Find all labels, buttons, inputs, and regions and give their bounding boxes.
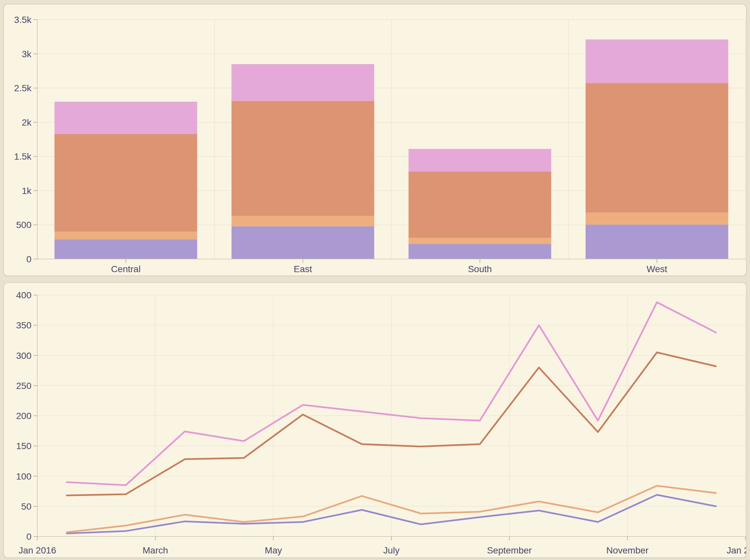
- bar-segment-segment-purple-central[interactable]: [55, 239, 197, 259]
- bar-segment-segment-pink-east[interactable]: [232, 64, 374, 101]
- y-axis-label: 0: [26, 532, 32, 542]
- x-axis-label: March: [143, 545, 168, 555]
- bar-segment-segment-salmon-central[interactable]: [55, 134, 197, 232]
- bar-segment-segment-pink-west[interactable]: [586, 40, 728, 83]
- x-axis-label: September: [487, 545, 532, 555]
- y-axis-label: 200: [16, 411, 32, 421]
- y-axis-label: 300: [16, 351, 32, 361]
- y-axis-label: 250: [16, 381, 32, 391]
- bar-segment-segment-orange-south[interactable]: [409, 238, 551, 244]
- bar-segment-segment-salmon-west[interactable]: [586, 83, 728, 212]
- y-axis-label: 500: [16, 220, 32, 230]
- y-axis-label: 400: [16, 290, 32, 300]
- dashboard-page: { "page": { "background_color": "#e9e2cf…: [0, 0, 750, 560]
- y-axis-label: 2k: [22, 117, 32, 127]
- bar-segment-segment-orange-central[interactable]: [55, 232, 197, 239]
- y-axis-label: 100: [16, 471, 32, 481]
- y-axis-label: 1k: [22, 186, 32, 196]
- y-axis-label: 150: [16, 441, 32, 451]
- bar-segment-segment-orange-east[interactable]: [232, 216, 374, 226]
- bottom-chart-panel: 050100150200250300350400Jan 2016MarchMay…: [3, 282, 747, 558]
- y-axis-label: 3k: [22, 49, 32, 59]
- category-label: East: [294, 264, 312, 274]
- y-axis-label: 350: [16, 320, 32, 331]
- bar-segment-segment-purple-west[interactable]: [586, 224, 728, 259]
- x-axis-label: Jan 2017: [727, 545, 746, 555]
- x-axis-label: July: [383, 545, 399, 555]
- y-axis-label: 0: [26, 254, 32, 264]
- bar-segment-segment-pink-central[interactable]: [55, 102, 197, 134]
- y-axis-label: 50: [21, 501, 32, 512]
- gridlines: [37, 295, 745, 537]
- x-axis-label: May: [265, 545, 282, 555]
- bar-segment-segment-pink-south[interactable]: [409, 149, 551, 172]
- stacked-bar-chart-svg[interactable]: 05001k1.5k2k2.5k3k3.5kCentralEastSouthWe…: [4, 5, 746, 275]
- category-label: Central: [111, 264, 140, 274]
- bar-segment-segment-purple-south[interactable]: [409, 244, 551, 259]
- y-axis-label: 1.5k: [14, 152, 32, 162]
- bar-segment-segment-purple-east[interactable]: [232, 226, 374, 259]
- y-axis-label: 3.5k: [14, 15, 32, 25]
- y-axis-label: 2.5k: [14, 83, 32, 93]
- category-label: West: [647, 264, 667, 274]
- line-chart-svg[interactable]: 050100150200250300350400Jan 2016MarchMay…: [4, 283, 746, 557]
- bar-segment-segment-salmon-east[interactable]: [232, 101, 374, 216]
- x-axis-label: Jan 2016: [18, 545, 56, 555]
- category-label: South: [468, 264, 492, 274]
- top-chart-panel: 05001k1.5k2k2.5k3k3.5kCentralEastSouthWe…: [3, 4, 747, 276]
- x-axis-label: November: [606, 545, 649, 555]
- bar-segment-segment-salmon-south[interactable]: [409, 172, 551, 238]
- bar-segment-segment-orange-west[interactable]: [586, 213, 728, 225]
